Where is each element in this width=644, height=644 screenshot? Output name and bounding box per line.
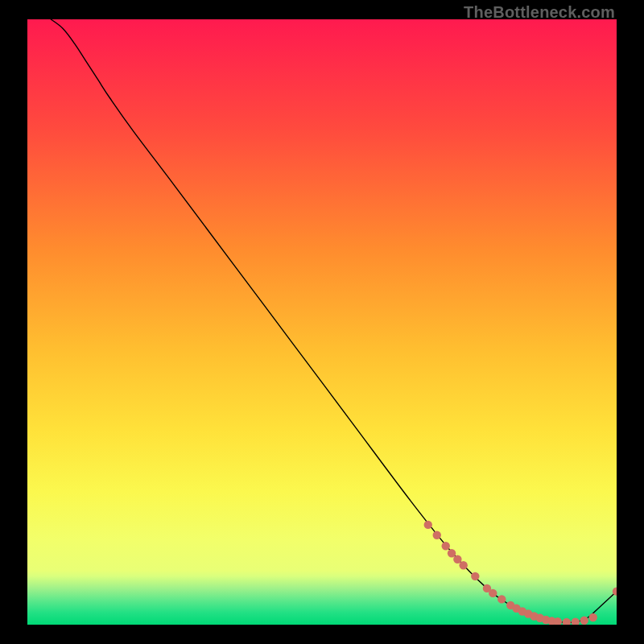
data-point [433,531,441,539]
chart-svg [27,19,617,625]
watermark-text: TheBottleneck.com [464,3,615,22]
data-point [424,521,432,529]
data-point [497,595,506,603]
chart-stage: TheBottleneck.com [0,0,644,644]
data-point [442,542,450,550]
data-point [589,613,597,621]
data-point [580,617,588,625]
gradient-background [27,19,617,625]
data-point [471,572,479,580]
data-point [459,561,467,569]
data-point [448,549,456,557]
data-point [489,589,497,597]
plot-area [27,19,617,625]
data-point [453,555,461,564]
